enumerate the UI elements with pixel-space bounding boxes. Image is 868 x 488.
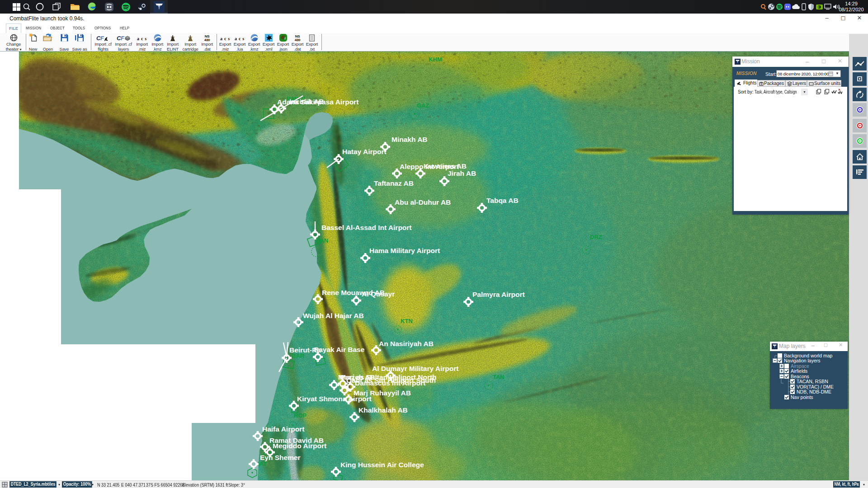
svg-text:Al Dumayr Military Airport: Al Dumayr Military Airport: [372, 365, 459, 372]
svg-text:Bassel Al-Assad Int Airport: Bassel Al-Assad Int Airport: [321, 224, 412, 231]
svg-text:KHM: KHM: [429, 56, 442, 63]
svg-text:F: F: [100, 35, 104, 42]
svg-text:Kuweires AB: Kuweires AB: [424, 162, 467, 170]
svg-text:TAN: TAN: [493, 374, 505, 380]
svg-text:acs: acs: [137, 36, 146, 41]
svg-text:Hatay Airport: Hatay Airport: [342, 148, 387, 155]
svg-text:Minakh AB: Minakh AB: [392, 136, 428, 143]
svg-text:IAT: IAT: [258, 460, 267, 467]
svg-text:Rayak Air Base: Rayak Air Base: [314, 346, 365, 353]
svg-text:Palmyra Airport: Palmyra Airport: [472, 291, 525, 298]
svg-text:DRZ: DRZ: [590, 234, 602, 240]
svg-text:430: 430: [204, 38, 210, 42]
svg-text:Hama Military Airport: Hama Military Airport: [369, 247, 440, 254]
svg-text:An Nasiriyah AB: An Nasiriyah AB: [379, 340, 434, 347]
svg-text:acs: acs: [220, 36, 230, 41]
svg-text:Jirah AB: Jirah AB: [448, 169, 476, 177]
svg-text:GAZ: GAZ: [417, 102, 429, 109]
svg-text:Al Qusayr: Al Qusayr: [362, 290, 395, 298]
svg-text:Kiryat Shmona Airport: Kiryat Shmona Airport: [297, 395, 372, 403]
svg-text:BAN: BAN: [316, 237, 328, 244]
svg-text:NDB, NDB-DME: NDB, NDB-DME: [797, 389, 831, 394]
svg-text:King Hussein Air College: King Hussein Air College: [340, 461, 424, 469]
svg-text:Incirlik AB: Incirlik AB: [289, 98, 324, 105]
svg-text:Haifa Airport: Haifa Airport: [262, 425, 304, 433]
svg-text:Navigation layers: Navigation layers: [784, 358, 821, 363]
svg-text:Eyn Shemer: Eyn Shemer: [260, 454, 301, 461]
svg-text:ROP: ROP: [294, 412, 307, 419]
svg-text:Abu al-Duhur AB: Abu al-Duhur AB: [395, 198, 451, 206]
svg-text:KTN: KTN: [401, 318, 413, 324]
svg-text:Megiddo Airport: Megiddo Airport: [273, 442, 326, 450]
svg-text:Tabqa AB: Tabqa AB: [486, 197, 519, 204]
svg-text:Khalkhalah AB: Khalkhalah AB: [359, 406, 408, 414]
svg-text:TACAN, RSBN: TACAN, RSBN: [797, 379, 828, 384]
svg-text:Taftanaz AB: Taftanaz AB: [374, 179, 414, 187]
svg-text:430: 430: [295, 38, 301, 42]
svg-text:F: F: [121, 35, 125, 42]
svg-text:Nav points: Nav points: [791, 394, 813, 400]
svg-text:Airfields: Airfields: [791, 368, 807, 374]
svg-text:Damascus Int Airport: Damascus Int Airport: [355, 379, 425, 387]
svg-text:acs: acs: [235, 36, 244, 41]
svg-text:Wujah Al Hajar AB: Wujah Al Hajar AB: [303, 312, 364, 319]
